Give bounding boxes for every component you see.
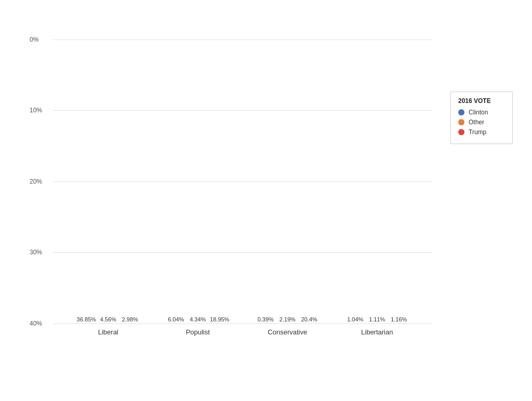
- legend: 2016 VOTEClintonOtherTrump: [450, 92, 513, 144]
- legend-item-clinton: Clinton: [458, 109, 505, 116]
- bar-wrap-conservative-trump: 20.4%: [299, 316, 319, 324]
- x-axis-labels: LiberalPopulistConservativeLibertarian: [53, 324, 432, 336]
- bar-wrap-liberal-clinton: 36.85%: [76, 316, 96, 324]
- bar-wrap-libertarian-trump: 1.16%: [389, 316, 409, 324]
- legend-dot-other: [458, 119, 464, 125]
- legend-text-clinton: Clinton: [469, 109, 488, 116]
- legend-text-trump: Trump: [469, 128, 486, 136]
- bar-label-conservative-trump: 20.4%: [301, 316, 317, 322]
- bar-wrap-populist-trump: 18.95%: [210, 316, 230, 324]
- bar-label-liberal-other: 4.56%: [100, 316, 116, 322]
- y-tick-30: 30%: [30, 249, 42, 256]
- bar-wrap-populist-other: 4.34%: [188, 316, 208, 324]
- x-label-libertarian: Libertarian: [333, 328, 421, 336]
- bar-label-conservative-other: 2.19%: [280, 316, 296, 322]
- bar-group-conservative: 0.39%2.19%20.4%: [256, 316, 319, 324]
- bar-label-liberal-clinton: 36.85%: [77, 316, 96, 322]
- bar-label-libertarian-other: 1.11%: [369, 316, 385, 322]
- x-label-conservative: Conservative: [243, 328, 331, 336]
- y-tick-40: 40%: [30, 320, 42, 327]
- y-tick-0: 0%: [30, 36, 38, 43]
- legend-item-other: Other: [458, 119, 505, 126]
- y-tick-10: 10%: [30, 107, 42, 114]
- bar-wrap-liberal-trump: 2.98%: [120, 316, 140, 324]
- bar-label-libertarian-clinton: 1.04%: [347, 316, 363, 322]
- bar-wrap-libertarian-clinton: 1.04%: [345, 316, 365, 324]
- legend-dot-trump: [458, 129, 464, 135]
- bar-label-populist-clinton: 6.04%: [168, 316, 184, 322]
- legend-item-trump: Trump: [458, 128, 505, 136]
- grid-and-bars: 0%10%20%30%40% 36.85%4.56%2.98%6.04%4.34…: [53, 40, 432, 324]
- bar-wrap-liberal-other: 4.56%: [98, 316, 118, 324]
- legend-title: 2016 VOTE: [458, 97, 505, 105]
- bar-wrap-conservative-other: 2.19%: [277, 316, 297, 324]
- bar-label-populist-trump: 18.95%: [210, 316, 229, 322]
- bar-label-populist-other: 4.34%: [190, 316, 206, 322]
- bar-label-libertarian-trump: 1.16%: [391, 316, 407, 322]
- bars-row: 36.85%4.56%2.98%6.04%4.34%18.95%0.39%2.1…: [53, 40, 432, 324]
- bar-wrap-populist-clinton: 6.04%: [166, 316, 186, 324]
- x-label-liberal: Liberal: [64, 328, 152, 336]
- bar-label-liberal-trump: 2.98%: [122, 316, 138, 322]
- bar-label-conservative-clinton: 0.39%: [258, 316, 274, 322]
- y-tick-20: 20%: [30, 178, 42, 185]
- legend-text-other: Other: [469, 119, 484, 126]
- bar-group-libertarian: 1.04%1.11%1.16%: [345, 316, 409, 324]
- bar-group-populist: 6.04%4.34%18.95%: [166, 316, 230, 324]
- chart-area: 0%10%20%30%40% 36.85%4.56%2.98%6.04%4.34…: [53, 40, 432, 336]
- bar-wrap-libertarian-other: 1.11%: [367, 316, 387, 324]
- bar-wrap-conservative-clinton: 0.39%: [256, 316, 275, 324]
- x-label-populist: Populist: [154, 328, 242, 336]
- chart-container: 0%10%20%30%40% 36.85%4.56%2.98%6.04%4.34…: [6, 8, 526, 393]
- legend-dot-clinton: [458, 109, 464, 115]
- bar-group-liberal: 36.85%4.56%2.98%: [76, 316, 140, 324]
